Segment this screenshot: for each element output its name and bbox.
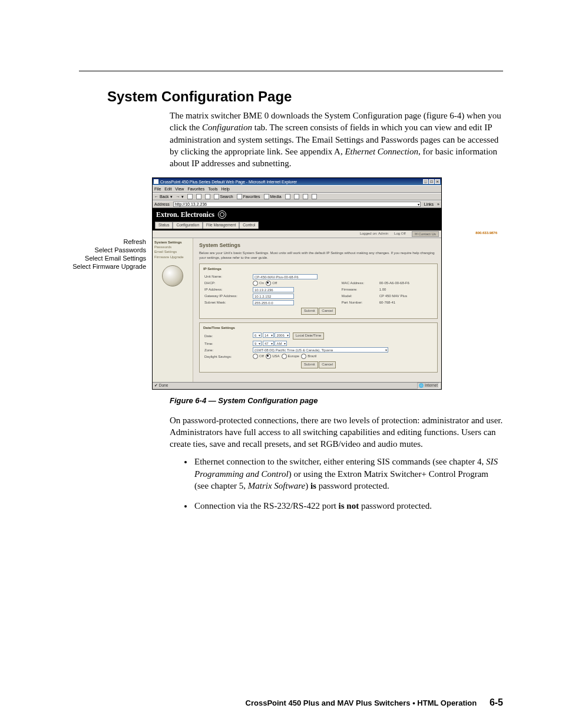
daylight-label: Daylight Savings: (203, 353, 252, 360)
favorites-button[interactable]: Favorites (237, 194, 260, 199)
address-label: Address (154, 202, 170, 207)
tab-configuration[interactable]: Configuration (173, 222, 203, 229)
tab-control[interactable]: Control (239, 222, 259, 229)
footer-title: CrossPoint 450 Plus and MAV Plus Switche… (246, 699, 477, 707)
ds-off-radio[interactable] (253, 354, 258, 359)
page-title: System Settings (199, 242, 438, 249)
mail-icon[interactable] (294, 194, 299, 199)
home-icon[interactable] (205, 194, 210, 199)
subnet-input[interactable]: 255.255.0.0 (253, 300, 294, 305)
unit-name-label: Unit Name: (203, 274, 252, 280)
sidebar-logo-icon (162, 265, 183, 286)
dt-cancel-button[interactable]: Cancel (319, 361, 336, 368)
media-button[interactable]: Media (264, 194, 282, 199)
ds-brazil-radio[interactable] (301, 354, 306, 359)
dt-submit-button[interactable]: Submit (301, 361, 318, 368)
brand-text: Extron. Electronics (156, 210, 214, 219)
menu-tools[interactable]: Tools (208, 186, 217, 192)
after-figure-paragraph: On password-protected connections, there… (170, 414, 503, 450)
sidebar-item-email-settings[interactable]: Email Settings (154, 249, 191, 254)
stop-icon[interactable] (187, 194, 193, 199)
date-label: Date: (203, 332, 252, 340)
year-select[interactable]: 2006 (275, 332, 289, 338)
tab-file-management[interactable]: File Management (203, 222, 239, 229)
toolbar: ← Back ▾ → ▾ Search Favorites Media (153, 193, 441, 200)
zone-select[interactable]: (GMT-08:00) Pacific Time (US & Canada), … (253, 347, 388, 353)
ip-submit-button[interactable]: Submit (301, 308, 318, 315)
window-minimize-button[interactable]: _ (423, 179, 428, 184)
sidebar-item-passwords[interactable]: Passwords (154, 245, 191, 249)
status-zone: 🌐 Internet (417, 383, 439, 389)
mac-value: 00-05-A6-00-68-F6 (378, 280, 434, 286)
footer-page-number: 6-5 (490, 697, 503, 707)
dhcp-off-radio[interactable] (266, 281, 271, 286)
dhcp-label: DHCP: (203, 280, 252, 286)
menu-edit[interactable]: Edit (164, 186, 171, 192)
forward-button[interactable]: → ▾ (176, 194, 184, 199)
menu-file[interactable]: File (154, 186, 161, 192)
refresh-icon[interactable] (196, 194, 201, 199)
time-label: Time: (203, 340, 252, 347)
print-icon[interactable] (303, 194, 308, 199)
back-button[interactable]: ← Back ▾ (154, 194, 173, 199)
gateway-input[interactable]: 10.1.2.152 (253, 294, 294, 299)
main-pane: System Settings Below are your Unit's ba… (193, 238, 441, 382)
model-label: Model: (326, 293, 378, 299)
phone-number: 800.633.9876 (475, 230, 497, 235)
part-label: Part Number: (326, 299, 378, 306)
mac-label: MAC Address: (326, 280, 378, 286)
bullet-2: Connection via the RS-232/RS-422 port is… (193, 500, 503, 512)
window-maximize-button[interactable]: □ (429, 179, 434, 184)
ds-usa-radio[interactable] (266, 354, 271, 359)
hour-select[interactable]: 9 (253, 341, 262, 346)
bullet-list: Ethernet connection to the switcher, eit… (170, 456, 503, 512)
edit-icon[interactable] (312, 194, 317, 199)
ip-settings-panel: IP Settings Unit Name: CP-450-MAV-Plus-0… (199, 263, 438, 318)
ip-settings-title: IP Settings (203, 266, 434, 271)
info-bar: 800.633.9876 Logged on: Admin Log Off ✉ … (153, 230, 441, 238)
search-button[interactable]: Search (214, 194, 233, 199)
search-icon (214, 194, 219, 199)
ip-input[interactable]: 10.13.2.236 (253, 287, 294, 292)
ds-europe-radio[interactable] (282, 354, 287, 359)
history-icon[interactable] (285, 194, 290, 199)
lead-text: Below are your Unit's basic System Setti… (199, 251, 438, 260)
brand-header: Extron. Electronics (153, 208, 441, 222)
ip-cancel-button[interactable]: Cancel (319, 308, 336, 315)
firmware-value: 1.00 (378, 286, 434, 293)
menu-bar: File Edit View Favorites Tools Help (153, 185, 441, 193)
media-icon (264, 194, 269, 199)
month-select[interactable]: 6 (253, 332, 262, 338)
day-select[interactable]: 14 (263, 332, 274, 338)
address-input[interactable]: http://10.13.2.236 (173, 202, 421, 207)
callout-firmware: Select Firmware Upgrade (58, 262, 146, 271)
local-datetime-button[interactable]: Local Date/Time (293, 332, 324, 340)
tab-status[interactable]: Status (155, 222, 173, 229)
unit-name-input[interactable]: CP-450-MAV-Plus-00-68-F6 (253, 274, 318, 279)
document-icon (154, 179, 158, 184)
menu-favorites[interactable]: Favorites (187, 186, 204, 192)
sidebar-item-firmware-upgrade[interactable]: Firmware Upgrade (154, 255, 191, 259)
window-title: CrossPoint 450 Plus Series Default Web P… (160, 179, 297, 185)
status-done: Done (159, 383, 168, 387)
logged-on-label: Logged on: Admin (360, 231, 388, 237)
contact-us-button[interactable]: ✉ Contact Us (412, 231, 439, 237)
gateway-label: Gateway IP Address: (203, 293, 252, 299)
sidebar-item-system-settings[interactable]: System Settings (154, 240, 191, 245)
links-label[interactable]: Links (424, 202, 434, 207)
browser-window: CrossPoint 450 Plus Series Default Web P… (152, 177, 442, 390)
minute-select[interactable]: 47 (263, 341, 274, 346)
sidebar: System Settings Passwords Email Settings… (153, 238, 193, 382)
window-close-button[interactable]: × (435, 179, 440, 184)
brand-logo-icon (218, 210, 226, 219)
dhcp-on-radio[interactable] (253, 281, 258, 286)
page-footer: CrossPoint 450 Plus and MAV Plus Switche… (0, 697, 503, 708)
ampm-select[interactable]: AM (275, 341, 287, 346)
window-titlebar: CrossPoint 450 Plus Series Default Web P… (153, 178, 441, 185)
ip-label: IP Address: (203, 286, 252, 293)
logoff-link[interactable]: Log Off (394, 231, 406, 237)
menu-help[interactable]: Help (222, 186, 230, 192)
menu-view[interactable]: View (175, 186, 184, 192)
nav-tabs: Status Configuration File Management Con… (155, 222, 439, 229)
callout-refresh: Refresh (58, 238, 146, 246)
